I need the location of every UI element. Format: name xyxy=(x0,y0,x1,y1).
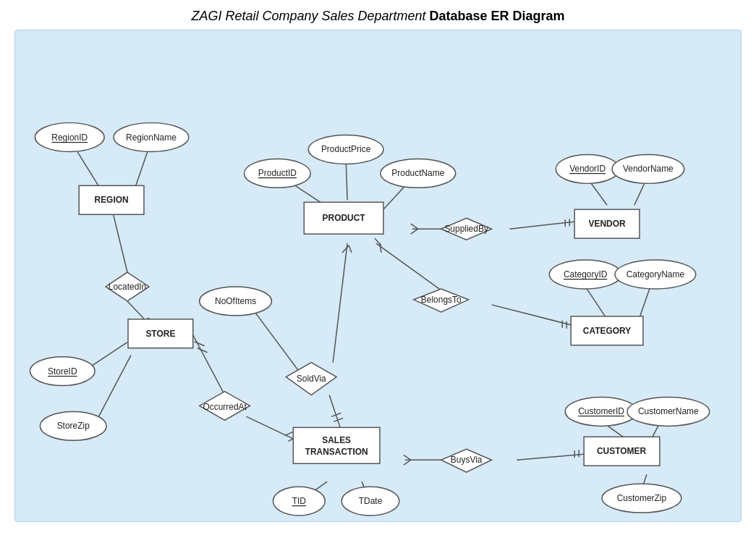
svg-text:BelongsTo: BelongsTo xyxy=(421,295,462,305)
svg-text:CategoryID: CategoryID xyxy=(564,269,608,279)
svg-line-12 xyxy=(247,416,297,440)
svg-line-29 xyxy=(492,305,572,325)
svg-text:REGION: REGION xyxy=(95,195,129,205)
svg-line-44 xyxy=(517,454,584,460)
svg-line-35 xyxy=(342,245,349,253)
svg-text:STORE: STORE xyxy=(145,329,175,339)
svg-text:VENDOR: VENDOR xyxy=(588,219,626,229)
svg-line-20 xyxy=(411,229,418,234)
svg-text:CustomerZip: CustomerZip xyxy=(617,493,667,503)
svg-line-19 xyxy=(411,224,418,229)
svg-text:VendorName: VendorName xyxy=(623,164,674,174)
svg-text:BuysVia: BuysVia xyxy=(451,455,483,465)
svg-line-33 xyxy=(640,287,650,318)
svg-line-13 xyxy=(284,432,293,435)
svg-line-34 xyxy=(333,243,347,363)
svg-line-26 xyxy=(376,243,441,290)
svg-line-38 xyxy=(329,395,340,428)
svg-text:OccurredAt: OccurredAt xyxy=(203,402,247,412)
diagram-area: REGION STORE PRODUCT VENDOR CATEGORY SAL… xyxy=(14,30,742,522)
svg-text:SoldVia: SoldVia xyxy=(297,374,326,384)
svg-text:SuppliedBy: SuppliedBy xyxy=(444,224,488,234)
svg-line-42 xyxy=(404,455,411,460)
svg-line-10 xyxy=(195,342,205,346)
svg-line-36 xyxy=(349,245,352,253)
svg-line-32 xyxy=(585,287,607,319)
svg-line-37 xyxy=(252,308,301,374)
svg-line-16 xyxy=(346,159,347,200)
svg-text:StoreID: StoreID xyxy=(48,366,77,377)
svg-text:CATEGORY: CATEGORY xyxy=(583,326,631,336)
svg-text:CUSTOMER: CUSTOMER xyxy=(597,446,647,456)
svg-text:ProductName: ProductName xyxy=(391,168,444,178)
svg-text:PRODUCT: PRODUCT xyxy=(323,213,366,223)
svg-text:TID: TID xyxy=(292,496,307,506)
page-title: ZAGI Retail Company Sales Department Dat… xyxy=(0,0,756,30)
svg-text:VendorID: VendorID xyxy=(569,164,606,174)
svg-text:TDate: TDate xyxy=(359,496,383,506)
svg-text:ProductPrice: ProductPrice xyxy=(321,145,371,155)
svg-line-6 xyxy=(135,148,149,190)
svg-text:SALES: SALES xyxy=(322,435,351,445)
svg-line-5 xyxy=(75,148,101,190)
svg-text:CustomerName: CustomerName xyxy=(638,406,699,416)
svg-text:CustomerID: CustomerID xyxy=(578,406,624,416)
svg-line-43 xyxy=(404,460,411,465)
svg-text:LocatedIn: LocatedIn xyxy=(109,282,147,292)
svg-text:ProductID: ProductID xyxy=(258,168,297,178)
svg-text:TRANSACTION: TRANSACTION xyxy=(305,447,368,457)
svg-text:CategoryName: CategoryName xyxy=(627,269,685,279)
svg-line-8 xyxy=(95,356,131,424)
svg-text:RegionName: RegionName xyxy=(126,133,177,143)
svg-text:RegionID: RegionID xyxy=(51,133,88,143)
svg-text:NoOfItems: NoOfItems xyxy=(215,296,256,306)
svg-text:StoreZip: StoreZip xyxy=(57,421,90,431)
